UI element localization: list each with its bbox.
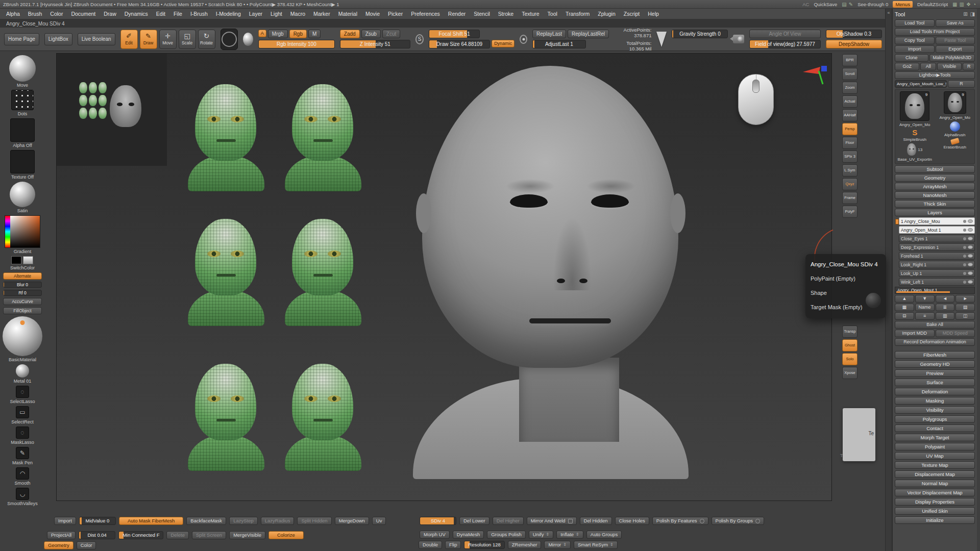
layer-tool-button[interactable]: Name xyxy=(915,304,935,311)
current-tool-thumbnail[interactable]: 9 xyxy=(900,91,929,121)
tool-section-header[interactable]: UV Map xyxy=(895,452,975,460)
save-as-button[interactable]: Save As xyxy=(936,19,975,27)
bottom-bar-button[interactable]: MergeVisible xyxy=(229,531,265,539)
tool-section-header[interactable]: Initialize xyxy=(895,516,975,524)
layer-row[interactable]: Forehead 1 xyxy=(899,252,975,260)
document-canvas[interactable] xyxy=(56,53,832,501)
blur-slider[interactable]: Blur 0 xyxy=(3,282,42,288)
tool-section-header[interactable]: ArrayMesh xyxy=(895,183,975,190)
draw-size-slider[interactable]: Draw Size 64.88109 xyxy=(429,40,490,48)
record-deformation-button[interactable]: Record Deformation Animation xyxy=(895,338,975,346)
bottom-bar-button[interactable]: Split Screen xyxy=(192,531,226,539)
menu-item[interactable]: Edit xyxy=(152,11,169,17)
menu-item[interactable]: Stroke xyxy=(494,11,518,17)
export-button[interactable]: Export xyxy=(936,45,975,53)
tool-section-header[interactable]: Subtool xyxy=(895,165,975,173)
menu-item[interactable]: Zscript xyxy=(620,11,644,17)
field-of-view-slider[interactable]: Field of view(deg) 27.5977 xyxy=(749,40,821,48)
see-through-slider[interactable]: See-through 0 xyxy=(857,2,888,7)
bottom-bar-button[interactable]: BackfaceMask xyxy=(186,517,226,525)
layer-tool-button[interactable]: ◫ xyxy=(955,312,975,320)
tool-section-header[interactable]: Contact xyxy=(895,424,975,432)
bottom-bar-button[interactable]: Delete xyxy=(166,531,188,539)
deepshadow-button[interactable]: DeepShadow xyxy=(826,40,882,48)
gradient-label[interactable]: Gradient xyxy=(14,249,32,254)
switch-color-swatches[interactable] xyxy=(11,256,33,264)
adjust-last-slider[interactable]: AdjustLast 1 xyxy=(532,40,586,48)
palette-icon[interactable]: ◨ xyxy=(970,11,975,17)
layer-visibility-icon[interactable] xyxy=(968,254,973,258)
tool-section-header[interactable]: Morph Target xyxy=(895,434,975,441)
titlebar-icon[interactable]: ❖ xyxy=(966,2,971,7)
right-shelf-button[interactable]: PolyF xyxy=(842,206,857,218)
menu-item[interactable]: Draw xyxy=(100,11,120,17)
bottom-bar-button[interactable]: MergeDown xyxy=(335,517,369,525)
right-shelf-button[interactable]: Qxyz xyxy=(842,178,857,190)
bottom-bar-button[interactable]: Auto Mask FiberMesh xyxy=(119,517,183,525)
layer-arrow-button[interactable]: ► xyxy=(955,295,975,303)
zsub-button[interactable]: Zsub xyxy=(361,30,381,38)
goz-button[interactable]: GoZ xyxy=(895,63,919,70)
menus-button[interactable]: Menus xyxy=(893,1,913,8)
alphabrush-item[interactable]: AlphaBrush xyxy=(944,121,965,137)
titlebar-icon[interactable]: ◔ xyxy=(973,2,976,7)
layer-arrow-button[interactable]: ◄ xyxy=(936,295,955,303)
bottom-bar-button[interactable]: Smart ReSym xyxy=(574,541,618,549)
primary-color-swatch[interactable] xyxy=(11,256,21,264)
right-shelf-button[interactable]: Transp xyxy=(842,325,857,338)
tool-section-header[interactable]: Texture Map xyxy=(895,461,975,469)
menu-item[interactable]: Movie xyxy=(361,11,384,17)
copy-tool-button[interactable]: Copy Tool xyxy=(895,37,935,44)
panel-scroll-strip[interactable]: « xyxy=(885,9,892,551)
bottom-bar-button[interactable]: Mirror And Weld xyxy=(527,517,577,525)
right-shelf-button[interactable]: Floor xyxy=(842,137,857,149)
home-page-button[interactable]: Home Page xyxy=(4,33,39,45)
tool-r-button[interactable]: R xyxy=(948,80,975,88)
goz-visible-button[interactable]: Visible xyxy=(937,63,962,70)
palette-icon[interactable]: ⊞ xyxy=(963,11,967,17)
bottom-bar-button[interactable]: Resolution 128 xyxy=(464,541,504,549)
bottom-bar-button[interactable]: Auto Groups xyxy=(586,531,622,539)
layer-visibility-icon[interactable] xyxy=(968,280,973,284)
rgb-button[interactable]: Rgb xyxy=(289,30,307,38)
z-intensity-slider[interactable]: Z Intensity 51 xyxy=(340,40,410,48)
bottom-bar-button[interactable]: MidValue 0 xyxy=(79,517,116,525)
gravity-strength-slider[interactable]: Gravity Strength 0 xyxy=(672,30,728,38)
recent-tool-thumbnail[interactable]: 9 xyxy=(944,91,966,114)
layer-row[interactable]: Look_Right 1 xyxy=(899,261,975,268)
menu-item[interactable]: Picker xyxy=(384,11,407,17)
layer-row[interactable]: Look_Up 1 xyxy=(899,269,975,277)
smooth-valleys-icon[interactable]: ◡ xyxy=(16,488,29,500)
layer-visibility-icon[interactable] xyxy=(968,245,973,249)
bottom-bar-button[interactable]: Double xyxy=(419,541,442,549)
satin-material-icon[interactable] xyxy=(10,182,35,207)
alpha-off-icon[interactable] xyxy=(10,118,35,142)
layer-tool-button[interactable]: ≡ xyxy=(915,312,935,320)
bottom-bar-button[interactable]: DynaMesh xyxy=(453,531,484,539)
bottom-bar-button[interactable]: Min Connected F xyxy=(118,531,163,539)
lightbox-button[interactable]: LightBox xyxy=(44,33,72,45)
menu-item[interactable]: Macro xyxy=(286,11,309,17)
layer-row[interactable]: Deep_Expression 1 xyxy=(899,243,975,251)
layer-tool-button[interactable]: ≣ xyxy=(936,304,955,311)
titlebar-icon[interactable]: ▤ xyxy=(842,2,846,7)
layer-row[interactable]: Wink_Left 1 xyxy=(899,278,975,286)
import-mdd-button[interactable]: Import MDD xyxy=(895,330,935,337)
simplebrush-item[interactable]: S SimpleBrush xyxy=(903,129,926,142)
live-boolean-button[interactable]: Live Boolean xyxy=(78,33,115,45)
tool-section-header[interactable]: Normal Map xyxy=(895,480,975,487)
menu-item[interactable]: Transform xyxy=(561,11,594,17)
bottom-bar-button[interactable]: Inflate xyxy=(556,531,583,539)
layer-intensity-icon[interactable] xyxy=(963,272,966,275)
replay-last-rel-button[interactable]: ReplayLastRel xyxy=(568,30,609,38)
menu-item[interactable]: Preferences xyxy=(407,11,444,17)
tool-section-header[interactable]: Deformation xyxy=(895,388,975,395)
tool-section-header[interactable]: Display Properties xyxy=(895,498,975,506)
stroke-dots-icon[interactable] xyxy=(11,90,34,110)
tool-section-header-layers[interactable]: Layers xyxy=(895,209,975,216)
layer-visibility-icon[interactable] xyxy=(968,237,973,240)
layer-intensity-icon[interactable] xyxy=(963,237,966,240)
switchcolor-label[interactable]: SwitchColor xyxy=(10,265,35,270)
basic-material-icon[interactable] xyxy=(3,316,42,356)
smooth-brush-icon[interactable]: ◠ xyxy=(16,467,29,480)
